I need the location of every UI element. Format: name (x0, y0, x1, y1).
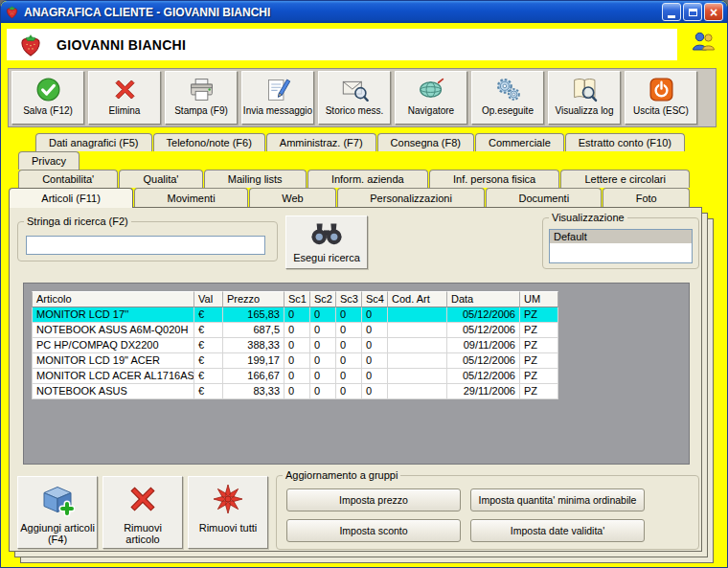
tab-web[interactable]: Web (249, 188, 336, 207)
tab-mailing-lists[interactable]: Mailing lists (204, 170, 307, 188)
group-update-button-imposta-sconto[interactable]: Imposta sconto (286, 519, 461, 542)
users-icon[interactable] (691, 31, 716, 52)
cell-sc4: 0 (362, 369, 388, 384)
cell-prezzo: 199,17 (223, 353, 284, 369)
table-row[interactable]: NOTEBOOK ASUS A6M-Q020H€687,5000005/12/2… (32, 323, 558, 338)
toolbar-button-storico-mess[interactable]: Storico mess. (318, 71, 391, 125)
toolbar-button-op-eseguite[interactable]: Op.eseguite (471, 71, 544, 125)
toolbar-button-visualizza-log[interactable]: Visualizza log (548, 71, 621, 125)
cell-sc2: 0 (310, 323, 336, 338)
tab-articoli-f11[interactable]: Articoli (F11) (9, 188, 133, 208)
toolbar-button-label: Visualizza log (556, 105, 614, 116)
cell-sc4: 0 (362, 338, 388, 353)
tab-privacy[interactable]: Privacy (18, 151, 80, 170)
visualization-list-item[interactable]: Default (550, 230, 692, 243)
column-header-sc1[interactable]: Sc1 (284, 291, 310, 307)
maximize-button[interactable] (683, 3, 702, 21)
column-header-prezzo[interactable]: Prezzo (223, 291, 284, 307)
cell-val: € (194, 307, 223, 323)
delete-cross-icon (111, 75, 139, 104)
tab-contabilita[interactable]: Contabilita' (18, 170, 118, 188)
tab-amministraz-f7[interactable]: Amministraz. (F7) (266, 133, 376, 151)
titlebar: ANAGRAFICA CLIENTE - GIOVANNI BIANCHI × (1, 1, 727, 23)
cell-sc4: 0 (362, 307, 388, 323)
minimize-button[interactable] (662, 3, 681, 21)
table-row[interactable]: PC HP/COMPAQ DX2200€388,33000009/11/2006… (32, 338, 558, 353)
cell-sc1: 0 (284, 353, 310, 369)
tab-foto[interactable]: Foto (603, 188, 690, 207)
maximize-icon (689, 9, 697, 16)
window-controls: × (662, 3, 723, 21)
toolbar-button-navigatore[interactable]: Navigatore (395, 71, 467, 125)
visualization-group: Visualizzazione Default (542, 212, 699, 269)
group-update-button-imposta-quantita-minima-ordinabile[interactable]: Imposta quantita' minima ordinabile (470, 488, 645, 511)
tab-telefono-note-f6[interactable]: Telefono/note (F6) (153, 133, 265, 151)
toolbar-button-uscita-esc[interactable]: Uscita (ESC) (625, 71, 697, 125)
tab-movimenti[interactable]: Movimenti (134, 188, 248, 207)
column-header-val[interactable]: Val (194, 291, 223, 307)
cell-um: PZ (520, 353, 558, 369)
column-header-data[interactable]: Data (447, 291, 520, 307)
toolbar-button-label: Uscita (ESC) (633, 105, 689, 116)
tab-personalizzazioni[interactable]: Personalizzazioni (337, 188, 485, 207)
cell-um: PZ (520, 384, 558, 399)
cell-sc1: 0 (284, 369, 310, 384)
tab-qualita[interactable]: Qualita' (119, 170, 202, 188)
tab-inf-persona-fisica[interactable]: Inf. persona fisica (429, 170, 560, 188)
group-update-button-imposta-date-validita[interactable]: Imposta date validita' (470, 519, 645, 542)
toolbar-button-label: Op.eseguite (482, 105, 534, 116)
execute-search-button[interactable]: Esegui ricerca (285, 216, 368, 269)
cell-sc2: 0 (310, 384, 336, 399)
action-button-rimuovi-tutti[interactable]: Rimuovi tutti (188, 476, 268, 549)
toolbar-button-salva-f12[interactable]: Salva (F12) (11, 71, 84, 125)
cell-prezzo: 166,67 (223, 369, 284, 384)
tab-dati-anagrafici-f5[interactable]: Dati anagrafici (F5) (35, 133, 152, 151)
cell-data: 05/12/2006 (447, 307, 520, 323)
table-row[interactable]: MONITOR LCD ACER AL1716AS€166,67000005/1… (32, 369, 558, 384)
column-header-sc2[interactable]: Sc2 (310, 291, 336, 307)
column-header-um[interactable]: UM (520, 291, 558, 307)
tab-consegna-f8[interactable]: Consegna (F8) (377, 133, 474, 151)
column-header-articolo[interactable]: Articolo (32, 291, 194, 307)
cell-sc3: 0 (336, 353, 362, 369)
toolbar-button-stampa-f9[interactable]: Stampa (F9) (165, 71, 238, 125)
binoculars-icon (309, 220, 344, 249)
articles-table: ArticoloValPrezzoSc1Sc2Sc3Sc4Cod. ArtDat… (32, 291, 558, 399)
cell-um: PZ (520, 307, 558, 323)
close-button[interactable]: × (704, 3, 723, 21)
articles-grid-area: ArticoloValPrezzoSc1Sc2Sc3Sc4Cod. ArtDat… (23, 283, 690, 465)
group-update-box: Aggiornamento a gruppi Imposta prezzoImp… (276, 469, 699, 550)
column-header-cod-art[interactable]: Cod. Art (388, 291, 447, 307)
tab-estratto-conto-f10[interactable]: Estratto conto (F10) (565, 133, 685, 151)
group-update-label: Aggiornamento a gruppi (283, 469, 400, 481)
toolbar: Salva (F12)EliminaStampa (F9)Invia messa… (8, 68, 717, 127)
toolbar-button-elimina[interactable]: Elimina (88, 71, 161, 125)
tab-commerciale[interactable]: Commerciale (475, 133, 564, 151)
table-row[interactable]: MONITOR LCD 17''€165,83000005/12/2006PZ (32, 307, 558, 323)
tab-row-1: Dati anagrafici (F5)Telefono/note (F6)Am… (35, 133, 671, 151)
tab-documenti[interactable]: Documenti (486, 188, 602, 207)
toolbar-button-invia-messaggio[interactable]: Invia messaggio (241, 71, 314, 125)
cell-val: € (194, 338, 223, 353)
cell-sc4: 0 (362, 323, 388, 338)
column-header-sc4[interactable]: Sc4 (362, 291, 388, 307)
column-header-sc3[interactable]: Sc3 (336, 291, 362, 307)
visualization-list[interactable]: Default (549, 229, 693, 263)
cell-data: 29/11/2006 (447, 384, 520, 399)
cell-sc3: 0 (336, 323, 362, 338)
cell-sc1: 0 (284, 384, 310, 399)
tab-inform-azienda[interactable]: Inform. azienda (307, 170, 428, 188)
action-button-aggiungi-articoli-f4[interactable]: Aggiungi articoli (F4) (17, 476, 98, 549)
action-button-label: Aggiungi articoli (F4) (18, 522, 97, 545)
article-actions: Aggiungi articoli (F4)Rimuovi articoloRi… (17, 476, 268, 549)
message-history-icon (341, 75, 369, 104)
action-button-rimuovi-articolo[interactable]: Rimuovi articolo (102, 476, 183, 549)
group-update-button-imposta-prezzo[interactable]: Imposta prezzo (286, 488, 461, 511)
cell-cod-art (388, 384, 447, 399)
table-row[interactable]: NOTEBOOK ASUS€83,33000029/11/2006PZ (32, 384, 558, 399)
articles-panel: Stringa di ricerca (F2) Esegui ricerca V… (9, 207, 702, 552)
cell-articolo: NOTEBOOK ASUS (32, 384, 194, 399)
table-row[interactable]: MONITOR LCD 19" ACER€199,17000005/12/200… (32, 353, 558, 369)
tab-lettere-e-circolari[interactable]: Lettere e circolari (560, 170, 690, 188)
search-input[interactable] (26, 236, 265, 255)
